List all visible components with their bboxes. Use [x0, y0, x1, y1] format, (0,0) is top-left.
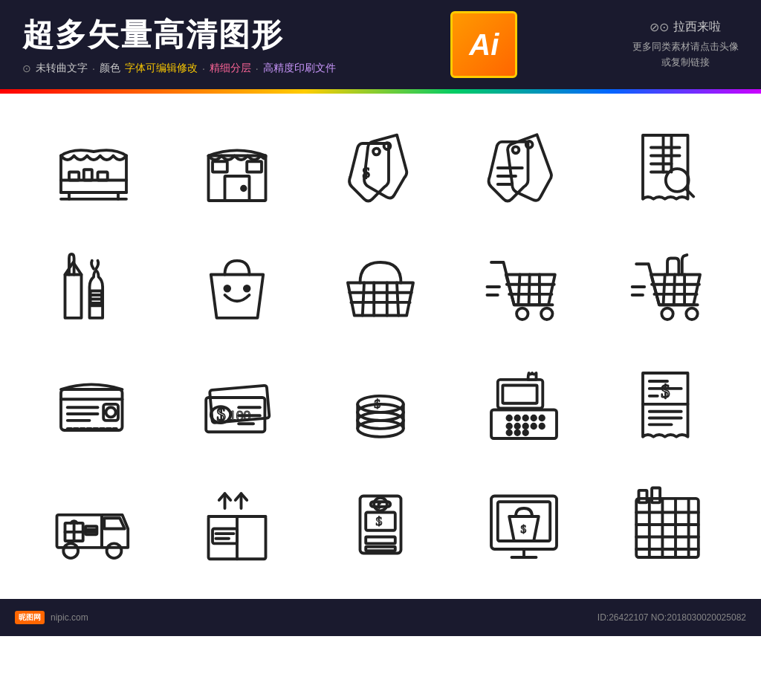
icon-atm-coin: $ $ — [309, 465, 453, 584]
header-right-top: ⊘⊙ 拉西来啦 — [650, 19, 721, 35]
right-title: 拉西来啦 — [673, 19, 721, 35]
svg-rect-6 — [98, 172, 108, 181]
svg-point-97 — [531, 424, 536, 429]
svg-rect-133 — [366, 547, 395, 551]
header-subtitle: ⊙ 未转曲文字 · 颜色 字体可编辑修改 · 精细分层 · 高精度印刷文件 — [22, 62, 336, 75]
footer-id: ID:26422107 NO:2018030020025082 — [598, 612, 746, 623]
icon-shopping-cart — [452, 227, 595, 346]
icon-coins: $ — [309, 346, 453, 465]
svg-line-40 — [397, 283, 398, 316]
icon-card-slot — [595, 465, 739, 584]
dot1: · — [92, 62, 95, 74]
svg-point-91 — [523, 416, 528, 421]
footer-logo: 昵图网 nipic.com — [15, 611, 88, 624]
svg-line-37 — [363, 283, 364, 316]
header-left: 超多矢量高清图形 ⊙ 未转曲文字 · 颜色 字体可编辑修改 · 精细分层 · 高… — [22, 14, 336, 75]
dot3: · — [256, 62, 259, 74]
icon-cash: $ 100 — [166, 346, 309, 465]
footer: 昵图网 nipic.com ID:26422107 NO:20180300200… — [0, 599, 761, 636]
footer-site: nipic.com — [51, 612, 88, 623]
svg-line-52 — [663, 275, 664, 305]
svg-point-113 — [107, 543, 122, 558]
svg-rect-5 — [84, 169, 92, 180]
icons-grid: $ — [22, 108, 739, 584]
icon-shopping-basket — [309, 227, 453, 346]
svg-point-12 — [242, 187, 246, 191]
icon-store-front — [166, 108, 309, 227]
svg-point-19 — [512, 146, 519, 153]
svg-point-36 — [245, 286, 250, 291]
subtitle-text1: 未转曲文字 — [36, 62, 88, 75]
header: 超多矢量高清图形 ⊙ 未转曲文字 · 颜色 字体可编辑修改 · 精细分层 · 高… — [0, 0, 761, 89]
svg-rect-148 — [638, 490, 647, 503]
svg-rect-14 — [247, 161, 262, 172]
svg-point-100 — [515, 431, 519, 435]
icon-price-tags: $ — [309, 108, 453, 227]
pin-icon: ⊙ — [22, 62, 31, 74]
svg-text:$: $ — [520, 522, 526, 535]
svg-point-112 — [64, 543, 79, 558]
subtitle-text3: 字体可编辑修改 — [125, 62, 198, 75]
svg-point-98 — [540, 424, 544, 429]
header-right: ⊘⊙ 拉西来啦 更多同类素材请点击头像或复制链接 — [632, 19, 739, 71]
svg-point-16 — [373, 149, 380, 155]
icon-grocery-bag — [22, 227, 166, 346]
svg-point-48 — [516, 308, 528, 320]
svg-point-99 — [507, 431, 511, 435]
svg-point-92 — [531, 416, 536, 421]
svg-point-49 — [541, 308, 552, 320]
svg-text:$: $ — [375, 513, 382, 528]
subtitle-text4: 精细分层 — [210, 62, 251, 75]
dot2: · — [202, 62, 205, 74]
icon-cash-register — [452, 346, 595, 465]
svg-rect-123 — [213, 529, 237, 544]
svg-point-58 — [686, 308, 697, 320]
icon-shopping-cart-full — [595, 227, 739, 346]
svg-rect-13 — [213, 161, 227, 172]
svg-rect-61 — [61, 389, 123, 430]
subtitle-text2: 颜色 — [100, 62, 120, 75]
svg-text:$: $ — [374, 396, 380, 411]
svg-rect-132 — [366, 537, 395, 544]
svg-rect-102 — [502, 386, 537, 404]
footer-logo-box: 昵图网 — [15, 611, 45, 624]
svg-point-93 — [540, 416, 544, 421]
svg-line-53 — [673, 275, 674, 305]
icon-online-shopping: $ — [452, 465, 595, 584]
icons-section: $ — [0, 94, 761, 599]
svg-rect-149 — [652, 488, 660, 503]
svg-point-90 — [515, 416, 519, 421]
svg-line-43 — [518, 275, 519, 305]
svg-text:$: $ — [363, 164, 370, 181]
svg-point-101 — [523, 431, 528, 435]
ai-logo: Ai — [450, 11, 517, 78]
svg-line-44 — [528, 275, 529, 305]
icon-receipt-dollar: $ — [595, 346, 739, 465]
icon-wallet — [22, 346, 166, 465]
header-right-bottom: 更多同类素材请点击头像或复制链接 — [632, 39, 739, 71]
icon-receipt-search — [595, 108, 739, 227]
svg-point-95 — [515, 424, 519, 429]
svg-point-94 — [507, 424, 511, 429]
page-title: 超多矢量高清图形 — [22, 14, 336, 56]
icon-market-stall — [22, 108, 166, 227]
svg-point-35 — [225, 286, 230, 291]
circle-icons: ⊘⊙ — [650, 20, 669, 34]
icon-delivery-truck — [22, 465, 166, 584]
icon-discount-tag — [452, 108, 595, 227]
icon-package — [166, 465, 309, 584]
svg-point-96 — [523, 424, 528, 429]
svg-point-63 — [106, 407, 116, 417]
svg-text:$: $ — [661, 381, 670, 401]
svg-point-89 — [507, 416, 511, 421]
svg-point-57 — [661, 308, 673, 320]
subtitle-text5: 高精度印刷文件 — [263, 62, 336, 75]
svg-rect-4 — [69, 172, 79, 181]
svg-text:$: $ — [378, 501, 382, 510]
icon-shopping-bag — [166, 227, 309, 346]
